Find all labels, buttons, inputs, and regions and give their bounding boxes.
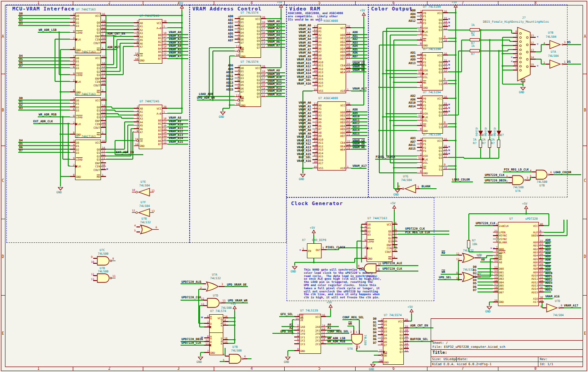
wire[interactable] xyxy=(106,29,134,30)
net-label-GFX_SEL[interactable]: GFX_SEL xyxy=(281,313,293,316)
net-label-VRAM_A15[interactable]: VRAM_A15 xyxy=(169,141,183,144)
net-label-EXT_ADR_EN[interactable]: EXT_ADR_EN xyxy=(116,151,134,154)
net-label-VRAM_A0[interactable]: VRAM_A0 xyxy=(299,101,311,105)
wire[interactable] xyxy=(121,118,134,119)
wire[interactable] xyxy=(463,157,464,158)
wire[interactable] xyxy=(181,345,204,346)
wire[interactable] xyxy=(489,40,490,130)
wire[interactable] xyxy=(393,40,394,189)
wire[interactable] xyxy=(448,115,458,116)
wire[interactable] xyxy=(351,27,364,28)
wire[interactable] xyxy=(115,154,143,155)
wire[interactable] xyxy=(106,22,134,23)
wire[interactable] xyxy=(279,316,294,317)
wire[interactable] xyxy=(382,31,383,159)
net-label-WR[interactable]: WR xyxy=(348,322,352,326)
net-label-AD7[interactable]: AD7 xyxy=(228,39,233,42)
wire[interactable] xyxy=(112,108,134,109)
net-label-D0[interactable]: D0 xyxy=(373,317,377,321)
wire[interactable] xyxy=(209,48,210,96)
wire[interactable] xyxy=(225,302,248,303)
wire[interactable] xyxy=(480,136,481,140)
net-label-VRAM_A6[interactable]: VRAM_A6 xyxy=(299,122,311,125)
wire[interactable] xyxy=(60,91,70,92)
net-label-AD8[interactable]: AD8 xyxy=(410,16,416,19)
wire[interactable] xyxy=(498,136,499,140)
wire[interactable] xyxy=(477,268,493,269)
net-label-D7[interactable]: D7 xyxy=(473,289,477,292)
wire[interactable] xyxy=(484,177,508,178)
net-label-AD2[interactable]: AD2 xyxy=(228,22,233,25)
wire[interactable] xyxy=(379,172,417,173)
wire[interactable] xyxy=(566,64,581,65)
net-label-ADR_RST[interactable]: ADR_RST xyxy=(107,46,120,49)
wire[interactable] xyxy=(477,282,493,282)
wire[interactable] xyxy=(342,319,359,320)
wire[interactable] xyxy=(448,71,462,72)
net-label-PIX_REG_LD_CLK[interactable]: PIX_REG_LD_CLK xyxy=(405,231,430,234)
net-label-D1[interactable]: D1 xyxy=(19,15,23,19)
wire[interactable] xyxy=(114,36,134,37)
net-label-UPD7220_CLK[interactable]: UPD7220_CLK xyxy=(382,267,402,271)
net-label-UPD_VRAM_OE[interactable]: UPD_VRAM_OE xyxy=(227,283,246,287)
wire[interactable] xyxy=(477,292,493,292)
net-label-UPD7220_CLK[interactable]: UPD7220_CLK xyxy=(485,174,504,177)
net-label-VRAM_OE[interactable]: VRAM_OE xyxy=(352,142,365,146)
wire[interactable] xyxy=(60,134,70,135)
wire[interactable] xyxy=(372,362,373,363)
wire[interactable] xyxy=(379,45,380,173)
net-label-VRAM_A14[interactable]: VRAM_A14 xyxy=(297,149,311,152)
net-label-CONF_REG_SEL[interactable]: CONF_REG_SEL xyxy=(342,316,364,319)
net-label-AD14[interactable]: AD14 xyxy=(226,85,233,88)
net-label-BUF_SEL[interactable]: BUF_SEL xyxy=(299,79,311,82)
net-label-VRAM_OE[interactable]: VRAM_OE xyxy=(352,65,365,68)
power-GND[interactable] xyxy=(198,357,203,360)
net-label-UPD_SEL[interactable]: UPD_SEL xyxy=(439,276,451,279)
net-label-VRAM_A17[interactable]: VRAM_A17 xyxy=(564,304,578,307)
power-+5V[interactable] xyxy=(362,13,366,18)
net-label-UPD7220_CLK[interactable]: UPD7220_CLK xyxy=(405,227,425,231)
net-label-RD[interactable]: RD xyxy=(442,251,445,255)
net-label-LOAD_COLOR[interactable]: LOAD_COLOR xyxy=(553,171,571,174)
net-label-VRAM_A8[interactable]: VRAM_A8 xyxy=(299,129,311,132)
power-GND[interactable] xyxy=(487,307,492,310)
wire[interactable] xyxy=(225,348,226,356)
wire[interactable] xyxy=(18,57,70,58)
net-label-BUFFER_SEL[interactable]: BUFFER_SEL xyxy=(410,338,428,341)
wire[interactable] xyxy=(383,73,417,74)
wire[interactable] xyxy=(448,157,464,158)
wire[interactable] xyxy=(116,40,117,68)
net-label-AD2[interactable]: AD2 xyxy=(352,38,358,41)
wire[interactable] xyxy=(503,84,523,85)
net-label-UPD7220_CLK[interactable]: UPD7220_CLK xyxy=(476,222,495,225)
net-label-VRAM_A10[interactable]: VRAM_A10 xyxy=(297,136,311,139)
wire[interactable] xyxy=(18,64,70,65)
wire[interactable] xyxy=(552,174,581,175)
wire[interactable] xyxy=(448,30,470,30)
net-label-EXT_ADR_CLK[interactable]: EXT_ADR_CLK xyxy=(33,120,53,123)
wire[interactable] xyxy=(295,262,355,263)
net-label-LOAD_ADR[interactable]: LOAD_ADR xyxy=(199,93,213,96)
schematic-canvas[interactable]: MCU-VRAM InterfaceVRAM Address ControlVi… xyxy=(0,0,588,372)
net-label-AD10[interactable]: AD10 xyxy=(226,71,233,74)
net-label-UPD_SEL[interactable]: UPD_SEL xyxy=(281,330,293,333)
wire[interactable] xyxy=(347,326,354,327)
wire[interactable] xyxy=(489,136,490,140)
net-label-AD2[interactable]: AD2 xyxy=(410,95,416,98)
wire[interactable] xyxy=(486,256,487,258)
wire[interactable] xyxy=(386,28,387,156)
net-label-AD14[interactable]: AD14 xyxy=(408,105,416,108)
resistor[interactable] xyxy=(479,140,482,148)
wire[interactable] xyxy=(354,258,355,262)
wire[interactable] xyxy=(266,18,281,19)
resistor[interactable] xyxy=(470,49,480,52)
wire[interactable] xyxy=(409,341,433,342)
wire[interactable] xyxy=(106,67,117,68)
wire[interactable] xyxy=(222,108,223,111)
net-label-A2[interactable]: A2 xyxy=(289,327,293,330)
power-GND[interactable] xyxy=(286,357,290,360)
wire[interactable] xyxy=(477,285,493,286)
net-label-VRAM_A17[interactable]: VRAM_A17 xyxy=(352,165,367,168)
wire[interactable] xyxy=(390,35,417,35)
power-+5V[interactable] xyxy=(409,309,414,314)
